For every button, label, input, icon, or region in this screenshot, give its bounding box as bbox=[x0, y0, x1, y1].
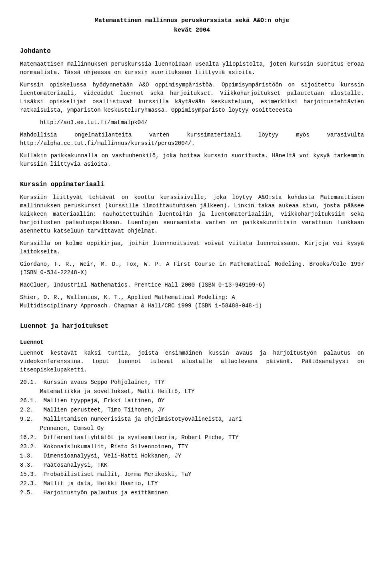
oppimateriaali-paragraph-1: Kurssiin liittyvät tehtävät on koottu ku… bbox=[20, 193, 364, 235]
schedule-item-7: 1.3. Dimensioanalyysi, Veli-Matti Hokkan… bbox=[20, 452, 364, 460]
book3-ref: Shier, D. R., Wallenius, K. T., Applied … bbox=[20, 293, 364, 310]
johdanto-heading: Johdanto bbox=[20, 46, 364, 56]
schedule-item-8: 8.3. Päätösanalyysi, TKK bbox=[20, 461, 364, 470]
book1-ref: Giordano, F. R., Weir, M. D., Fox, W. P.… bbox=[20, 260, 364, 277]
schedule-item-6: 23.2. Kokonaislukumallit, Risto Silvenno… bbox=[20, 443, 364, 451]
schedule-list: 20.1. Kurssin avaus Seppo Pohjolainen, T… bbox=[20, 378, 364, 497]
johdanto-paragraph-1: Matemaattisen mallinnuksen peruskurssia … bbox=[20, 60, 364, 77]
oppimateriaali-heading: Kurssin oppimateriaali bbox=[20, 180, 364, 189]
johdanto-paragraph-2: Kurssin opiskelussa hyödynnetään A&O opp… bbox=[20, 81, 364, 114]
oppimateriaali-paragraph-2: Kurssilla on kolme oppikirjaa, joihin lu… bbox=[20, 239, 364, 256]
schedule-item-11: ?.5. Harjoitustyön palautus ja esittämin… bbox=[20, 489, 364, 497]
luennot-paragraph-1: Luennot kestävät kaksi tuntia, joista en… bbox=[20, 349, 364, 374]
book2-ref: MacCluer, Industrial Mathematics. Prenti… bbox=[20, 281, 364, 289]
url1-line: http://ao3.ee.tut.fi/matmalpk04/ bbox=[40, 118, 364, 127]
schedule-item-2: 26.1. Mallien tyyppejä, Erkki Laitinen, … bbox=[20, 397, 364, 405]
schedule-item-10: 22.3. Mallit ja data, Heikki Haario, LTY bbox=[20, 480, 364, 488]
schedule-item-4: 9.2. Mallintamisen numeerisista ja ohjel… bbox=[20, 415, 364, 423]
schedule-item-1: 20.1. Kurssin avaus Seppo Pohjolainen, T… bbox=[20, 378, 364, 387]
luennot-heading: Luennot ja harjoitukset bbox=[20, 321, 364, 331]
schedule-item-9: 15.3. Probabilistiset mallit, Jorma Meri… bbox=[20, 470, 364, 479]
schedule-item-4b: Pennanen, Comsol Oy bbox=[40, 424, 364, 433]
johdanto-paragraph-4: Kullakin paikkakunnalla on vastuuhenkilö… bbox=[20, 152, 364, 169]
schedule-item-5: 16.2. Differentiaaliyhtälöt ja systeemit… bbox=[20, 433, 364, 442]
schedule-item-3: 2.2. Mallien perusteet, Timo Tiihonen, J… bbox=[20, 406, 364, 414]
luennot-sub-heading: Luennot bbox=[20, 338, 364, 347]
page-title: Matemaattinen mallinnus peruskurssista s… bbox=[20, 16, 364, 35]
johdanto-paragraph-3: Mahdollisia ongelmatilanteita varten kur… bbox=[20, 131, 364, 148]
schedule-item-1b: Matematiikka ja sovellukset, Matti Heili… bbox=[40, 387, 364, 396]
